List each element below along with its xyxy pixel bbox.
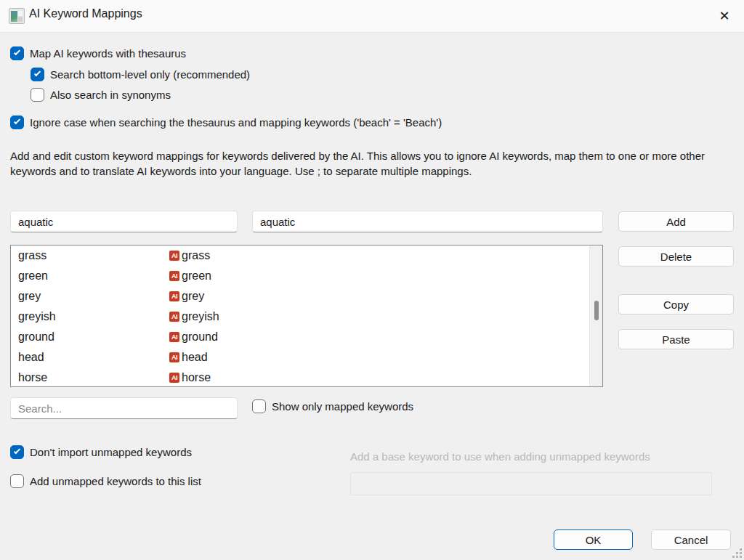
mapping-keyword: head [18,351,44,364]
checkbox-label: Don't import unmapped keywords [30,446,192,458]
checkbox-label: Also search in synonyms [50,89,171,101]
mappings-list[interactable]: grass AI grass green AI green grey AI gr… [10,245,603,387]
cancel-button[interactable]: Cancel [651,529,731,550]
add-button[interactable]: Add [618,211,734,232]
mapped-keyword-input[interactable] [252,211,603,232]
app-icon [9,8,25,24]
mapping-keyword: greyish [18,310,56,323]
checkbox-dont-import-unmapped[interactable]: Don't import unmapped keywords [10,445,192,459]
delete-button[interactable]: Delete [618,246,734,267]
checkbox-show-only-mapped[interactable]: Show only mapped keywords [252,399,413,413]
checkbox-label: Ignore case when searching the thesaurus… [30,116,442,129]
checkbox-box[interactable] [31,88,44,102]
checkbox-search-bottom-level[interactable]: Search bottom-level only (recommended) [31,67,250,81]
checkbox-label: Show only mapped keywords [272,400,413,413]
checkbox-label: Search bottom-level only (recommended) [50,68,250,81]
mapping-row[interactable]: ground AI ground [11,327,602,347]
checkbox-map-ai-keywords[interactable]: Map AI keywords with thesaurus [10,46,186,60]
mapping-target-cell: AI horse [169,371,211,384]
mapping-target: grass [182,249,210,262]
close-icon[interactable]: ✕ [711,3,738,29]
ai-keyword-input[interactable] [10,211,238,232]
checkbox-box[interactable] [10,445,24,459]
description-text: Add and edit custom keyword mappings for… [10,148,732,179]
mapping-row[interactable]: greyish AI greyish [11,307,602,327]
base-keyword-label: Add a base keyword to use when adding un… [350,450,650,463]
mapping-target-cell: AI head [169,351,208,364]
mapping-keyword: horse [18,371,47,384]
mapping-keyword: grey [18,290,41,303]
checkbox-box[interactable] [10,115,24,129]
mapping-keyword: green [18,269,48,283]
resize-grip[interactable] [732,548,742,558]
mapping-row[interactable]: green AI green [11,266,602,286]
checkbox-ignore-case[interactable]: Ignore case when searching the thesaurus… [10,115,442,129]
mappings-rows: grass AI grass green AI green grey AI gr… [11,245,602,387]
scrollbar-thumb[interactable] [594,301,599,320]
checkmark-icon [14,49,20,55]
checkbox-box[interactable] [10,46,24,60]
copy-button[interactable]: Copy [618,294,734,315]
mapping-target-cell: AI greyish [169,310,219,323]
base-keyword-input[interactable] [350,472,712,495]
checkbox-search-synonyms[interactable]: Also search in synonyms [31,87,171,102]
checkbox-add-unmapped[interactable]: Add unmapped keywords to this list [10,474,201,488]
mapping-target: grey [182,290,204,303]
mapping-target: ground [182,330,218,344]
checkbox-box[interactable] [10,474,24,488]
mapping-keyword: ground [18,330,54,344]
mapping-target: head [182,351,208,364]
ai-badge-icon: AI [169,271,179,281]
mapping-row[interactable]: grass AI grass [11,245,602,266]
ok-button[interactable]: OK [554,529,633,550]
title-bar: AI Keyword Mappings ✕ [0,0,744,33]
ai-badge-icon: AI [169,352,179,362]
list-scrollbar[interactable] [589,245,602,386]
dialog-title: AI Keyword Mappings [29,7,142,20]
mapping-row[interactable]: head AI head [11,347,602,368]
mapping-target: horse [182,371,211,384]
paste-button[interactable]: Paste [618,329,734,349]
ai-badge-icon: AI [169,332,179,342]
search-input[interactable] [10,397,238,419]
ai-badge-icon: AI [169,312,179,322]
checkmark-icon [14,447,20,454]
mapping-target: greyish [182,310,219,323]
mapping-keyword: grass [18,249,46,262]
ai-badge-icon: AI [169,251,179,261]
ai-badge-icon: AI [169,291,179,301]
ai-badge-icon: AI [169,373,179,383]
mapping-target-cell: AI grass [169,249,210,262]
mapping-target-cell: AI grey [169,290,204,303]
checkbox-label: Add unmapped keywords to this list [30,475,201,487]
checkbox-box[interactable] [252,399,266,413]
mapping-target-cell: AI ground [169,330,218,344]
mapping-target: green [182,269,211,283]
checkbox-label: Map AI keywords with thesaurus [30,47,186,60]
mapping-row[interactable]: grey AI grey [11,286,602,307]
checkmark-icon [14,118,20,124]
mapping-row[interactable]: horse AI horse [11,368,602,387]
ai-keyword-mappings-dialog: AI Keyword Mappings ✕ Map AI keywords wi… [0,0,744,560]
checkmark-icon [34,70,41,76]
mapping-target-cell: AI green [169,269,211,283]
checkbox-box[interactable] [31,68,44,81]
